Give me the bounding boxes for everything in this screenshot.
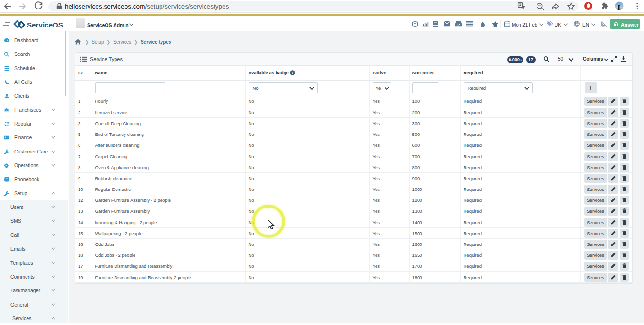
svg-text:?: ?: [292, 71, 294, 75]
